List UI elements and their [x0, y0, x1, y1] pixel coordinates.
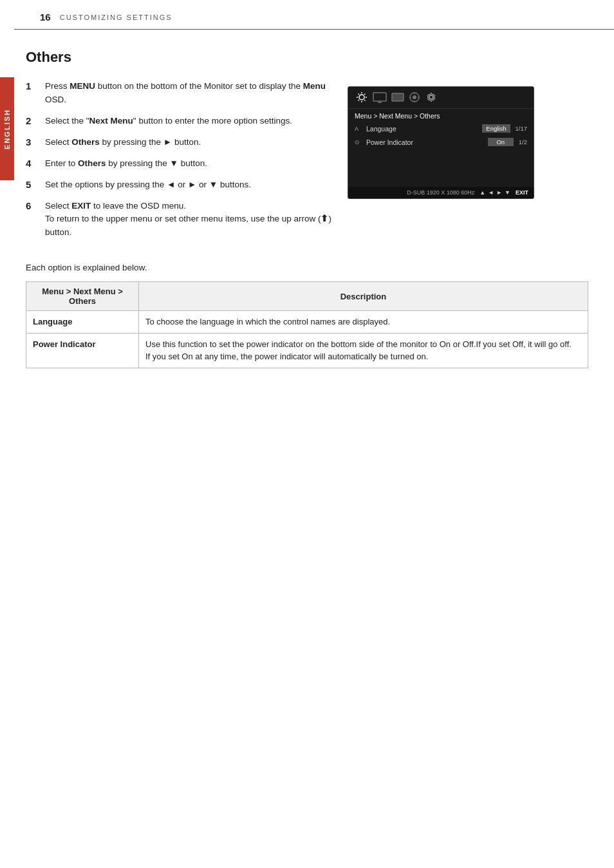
- osd-gear-icon: [424, 91, 438, 105]
- svg-line-8: [358, 100, 360, 101]
- step-text-2: Select the "Next Menu" button to enter t…: [45, 115, 292, 128]
- svg-line-5: [358, 94, 360, 95]
- table-header-row: Menu > Next Menu > Others Description: [26, 282, 588, 311]
- each-option-text: Each option is explained below.: [26, 263, 588, 272]
- step-number-6: 6: [26, 200, 45, 211]
- steps-list: 1 Press MENU button on the bottom of the…: [26, 80, 335, 247]
- osd-nav-down[interactable]: ▼: [505, 189, 510, 196]
- osd-exit-button[interactable]: EXIT: [516, 189, 528, 196]
- osd-language-count: 1/17: [516, 125, 528, 132]
- table-desc-power: Use this function to set the power indic…: [139, 333, 588, 368]
- table-row: Language To choose the language in which…: [26, 311, 588, 334]
- page-title-header: CUSTOMIZING SETTINGS: [60, 14, 172, 21]
- step-text-1: Press MENU button on the bottom of the M…: [45, 80, 335, 107]
- page-number: 16: [40, 12, 51, 23]
- step-text-5: Set the options by pressing the ◄ or ► o…: [45, 178, 251, 192]
- step-5: 5 Set the options by pressing the ◄ or ►…: [26, 178, 335, 192]
- step-text-6: Select EXIT to leave the OSD menu.: [45, 201, 186, 211]
- osd-icons-row: [348, 87, 534, 109]
- osd-color-icon: [391, 91, 405, 105]
- section-title: Others: [26, 49, 588, 66]
- osd-language-value: English: [482, 124, 510, 133]
- step-number-3: 3: [26, 137, 45, 147]
- osd-brightness-icon: [355, 91, 369, 105]
- osd-nav-up[interactable]: ▲: [479, 189, 485, 196]
- table-col1-header: Menu > Next Menu > Others: [26, 282, 139, 311]
- osd-screenshot: Menu > Next Menu > Others A Language Eng…: [348, 86, 534, 199]
- step-2: 2 Select the "Next Menu" button to enter…: [26, 115, 335, 128]
- sidebar-tab: ENGLISH: [0, 77, 14, 180]
- svg-rect-9: [373, 93, 386, 101]
- osd-power-value: On: [488, 138, 514, 146]
- step-text-4: Enter to Others by pressing the ▼ button…: [45, 157, 207, 171]
- step-1: 1 Press MENU button on the bottom of the…: [26, 80, 335, 107]
- step-number-1: 1: [26, 80, 45, 91]
- osd-nav-buttons: ▲ ◄ ► ▼ EXIT: [479, 189, 528, 196]
- osd-language-label: Language: [366, 125, 479, 133]
- steps-and-image: 1 Press MENU button on the bottom of the…: [26, 80, 588, 247]
- osd-target-icon: [409, 91, 420, 105]
- osd-power-label: Power Indicator: [366, 138, 485, 146]
- osd-power-icon: ⊙: [355, 139, 364, 146]
- description-table: Menu > Next Menu > Others Description La…: [26, 281, 588, 368]
- svg-point-14: [413, 95, 416, 99]
- svg-point-0: [359, 95, 364, 100]
- osd-language-icon: A: [355, 126, 364, 132]
- step-number-2: 2: [26, 115, 45, 126]
- svg-line-7: [364, 94, 366, 95]
- osd-resolution: D-SUB 1920 X 1080 60Hz: [353, 189, 474, 196]
- main-content: Others 1 Press MENU button on the bottom…: [26, 30, 614, 388]
- step-6: 6 Select EXIT to leave the OSD menu. To …: [26, 200, 335, 240]
- osd-nav-left[interactable]: ◄: [488, 189, 494, 196]
- step-4: 4 Enter to Others by pressing the ▼ butt…: [26, 157, 335, 171]
- step-3: 3 Select Others by pressing the ► button…: [26, 136, 335, 149]
- table-desc-language: To choose the language in which the cont…: [139, 311, 588, 334]
- table-menu-language: Language: [26, 311, 139, 334]
- table-col2-header: Description: [139, 282, 588, 311]
- svg-line-6: [364, 100, 366, 101]
- step-number-5: 5: [26, 179, 45, 190]
- step-text-6-extra: To return to the upper menu or set other…: [45, 214, 331, 237]
- osd-row-power: ⊙ Power Indicator On 1/2: [348, 135, 534, 149]
- svg-point-19: [429, 95, 433, 99]
- page-header: 16 CUSTOMIZING SETTINGS: [14, 0, 614, 30]
- table-row: Power Indicator Use this function to set…: [26, 333, 588, 368]
- osd-display-icon: [373, 91, 387, 105]
- osd-row-language: A Language English 1/17: [348, 122, 534, 135]
- osd-breadcrumb: Menu > Next Menu > Others: [348, 109, 534, 122]
- step-text-3: Select Others by pressing the ► button.: [45, 136, 201, 149]
- step-number-4: 4: [26, 158, 45, 169]
- osd-bottom-bar: D-SUB 1920 X 1080 60Hz ▲ ◄ ► ▼ EXIT: [348, 187, 534, 198]
- table-menu-power: Power Indicator: [26, 333, 139, 368]
- svg-rect-12: [392, 93, 404, 101]
- osd-nav-right[interactable]: ►: [496, 189, 502, 196]
- sidebar-label: ENGLISH: [3, 109, 11, 149]
- osd-power-count: 1/2: [519, 138, 527, 146]
